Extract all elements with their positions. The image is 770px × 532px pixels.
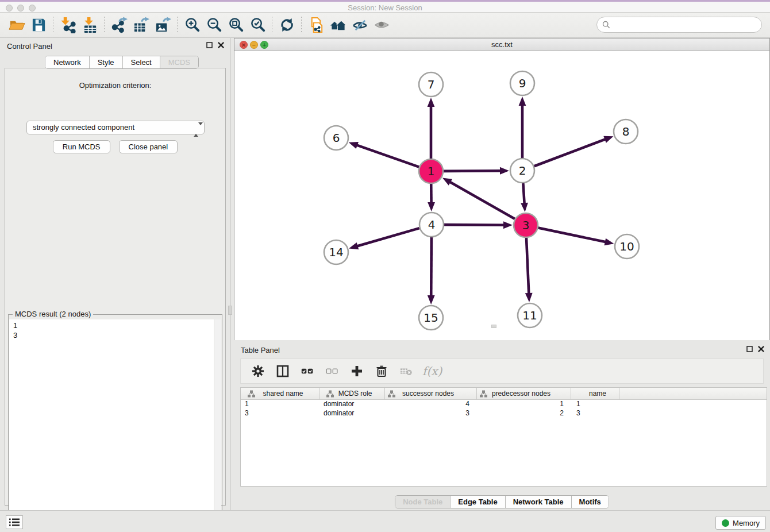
- panel-splitter-grip[interactable]: [228, 306, 232, 315]
- close-panel-icon[interactable]: [218, 42, 224, 48]
- node-table-header: shared nameMCDS rolesuccessor nodesprede…: [241, 388, 767, 400]
- table-cell[interactable]: 1: [571, 400, 619, 409]
- clone-network-button[interactable]: [305, 15, 327, 36]
- control-panel-tabs: NetworkStyleSelectMCDS: [45, 56, 199, 69]
- edge-3-1[interactable]: [449, 182, 515, 219]
- mcds-result-list[interactable]: 1 3: [9, 319, 221, 532]
- zoom-fit-button[interactable]: [225, 15, 247, 36]
- deselect-all-columns-button[interactable]: [324, 363, 341, 380]
- trash-icon: [375, 365, 388, 377]
- delete-column-button[interactable]: [373, 363, 390, 380]
- import-network-button[interactable]: [57, 15, 79, 36]
- column-header-MCDS-role[interactable]: MCDS role: [319, 388, 385, 399]
- column-header-shared-name[interactable]: shared name: [241, 388, 319, 399]
- shared-column-icon: [388, 390, 395, 398]
- memory-button[interactable]: Memory: [715, 516, 766, 530]
- tab-edge-table[interactable]: Edge Table: [451, 496, 505, 508]
- horizontal-splitter-grip[interactable]: [491, 325, 496, 328]
- mcds-panel: Optimization criterion: strongly connect…: [5, 68, 226, 506]
- node-label-10: 10: [619, 240, 634, 253]
- table-row[interactable]: 1dominator411: [241, 400, 767, 409]
- tab-motifs[interactable]: Motifs: [572, 496, 609, 508]
- tab-select[interactable]: Select: [123, 56, 160, 68]
- node-label-6: 6: [333, 131, 340, 145]
- table-settings-button[interactable]: [249, 363, 267, 380]
- float-table-panel-icon[interactable]: [746, 346, 753, 352]
- table-toolbar: f(x): [240, 358, 764, 384]
- task-history-button[interactable]: [6, 515, 23, 529]
- column-header-successor-nodes[interactable]: successor nodes: [385, 388, 477, 399]
- network-canvas[interactable]: 7968124314101511: [234, 51, 769, 340]
- column-header-predecessor-nodes[interactable]: predecessor nodes: [477, 388, 571, 399]
- result-scrollbar[interactable]: [214, 319, 221, 532]
- edge-3-10[interactable]: [538, 228, 607, 242]
- table-cell[interactable]: dominator: [319, 409, 385, 418]
- refresh-view-button[interactable]: [276, 15, 298, 36]
- zoom-out-button[interactable]: [203, 15, 225, 36]
- global-search-field[interactable]: [596, 17, 762, 33]
- mcds-result-groupbox: MCDS result (2 nodes) 1 3: [8, 314, 222, 532]
- search-input[interactable]: [610, 21, 761, 29]
- delete-table-button-disabled: [398, 363, 415, 380]
- table-cell[interactable]: dominator: [319, 400, 385, 409]
- open-file-button[interactable]: [6, 15, 28, 36]
- tab-network[interactable]: Network: [45, 56, 90, 68]
- optimization-criterion-dropdown[interactable]: strongly connected component: [26, 121, 205, 134]
- tab-mcds[interactable]: MCDS: [160, 56, 198, 68]
- gear-icon: [252, 365, 264, 377]
- zoom-selected-button[interactable]: [247, 15, 268, 36]
- import-table-button[interactable]: [79, 15, 101, 36]
- first-neighbors-button[interactable]: [327, 15, 349, 36]
- tab-node-table[interactable]: Node Table: [395, 496, 451, 508]
- node-label-14: 14: [329, 245, 343, 259]
- export-table-button[interactable]: [130, 15, 152, 36]
- save-session-button[interactable]: [28, 15, 49, 36]
- table-cell[interactable]: 2: [477, 409, 571, 418]
- search-icon: [602, 21, 610, 29]
- show-all-button[interactable]: [371, 15, 392, 36]
- tab-network-table[interactable]: Network Table: [506, 496, 572, 508]
- network-window-titlebar[interactable]: ✕ − + scc.txt: [234, 38, 769, 51]
- edge-4-14[interactable]: [356, 228, 419, 246]
- zoom-in-button[interactable]: [181, 15, 203, 36]
- run-mcds-button[interactable]: Run MCDS: [53, 140, 110, 153]
- select-all-columns-button[interactable]: [299, 363, 316, 380]
- table-cell[interactable]: 1: [241, 400, 319, 409]
- table-panel-title: Table Panel: [241, 346, 280, 354]
- clone-network-icon: [308, 17, 325, 33]
- edge-3-11[interactable]: [526, 238, 529, 295]
- hide-selected-button[interactable]: [349, 15, 371, 36]
- column-header-name[interactable]: name: [571, 388, 619, 399]
- table-cell[interactable]: 3: [385, 409, 477, 418]
- split-columns-button[interactable]: [274, 363, 291, 380]
- close-table-panel-icon[interactable]: [758, 346, 764, 352]
- export-network-button[interactable]: [108, 15, 130, 36]
- table-cell[interactable]: 1: [477, 400, 571, 409]
- edge-arrowhead: [428, 295, 435, 304]
- memory-label: Memory: [733, 519, 760, 527]
- float-panel-icon[interactable]: [206, 42, 213, 48]
- table-row[interactable]: 3dominator323: [241, 409, 767, 418]
- shared-column-icon: [480, 390, 487, 398]
- edge-2-8[interactable]: [534, 139, 607, 167]
- edge-1-6[interactable]: [356, 145, 419, 167]
- edge-1-2[interactable]: [444, 171, 502, 171]
- add-column-button[interactable]: [348, 363, 365, 380]
- edge-4-15[interactable]: [431, 237, 432, 297]
- table-cell[interactable]: 4: [385, 400, 477, 409]
- edge-arrowhead: [442, 178, 452, 185]
- control-panel-title: Control Panel: [7, 42, 52, 51]
- table-cell[interactable]: 3: [571, 409, 619, 418]
- export-image-button[interactable]: [152, 15, 174, 36]
- edge-arrowhead: [349, 142, 359, 149]
- edge-4-3[interactable]: [444, 225, 505, 225]
- table-cell[interactable]: 3: [241, 409, 319, 418]
- close-panel-button[interactable]: Close panel: [119, 140, 178, 153]
- edge-2-3[interactable]: [523, 183, 524, 205]
- node-label-4: 4: [428, 218, 436, 232]
- zoom-in-icon: [184, 17, 201, 33]
- network-graph[interactable]: 7968124314101511: [234, 51, 769, 340]
- import-network-icon: [60, 17, 76, 33]
- edge-arrowhead: [503, 221, 513, 229]
- tab-style[interactable]: Style: [90, 56, 123, 68]
